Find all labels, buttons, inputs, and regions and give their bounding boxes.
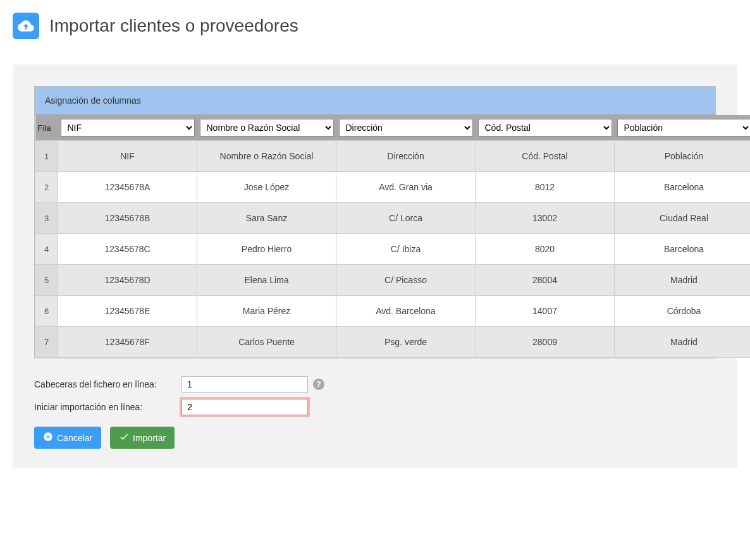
data-cell: 12345678B bbox=[58, 203, 197, 234]
row-number-cell: 2 bbox=[35, 172, 58, 203]
data-cell: Madrid bbox=[615, 327, 751, 358]
help-icon[interactable]: ? bbox=[313, 379, 324, 390]
data-cell: Psg. verde bbox=[336, 327, 476, 358]
data-cell: 12345678E bbox=[58, 296, 197, 327]
data-cell: 12345678A bbox=[58, 172, 197, 203]
data-cell: C/ Lorca bbox=[336, 203, 476, 234]
data-cell: 12345678F bbox=[58, 327, 197, 358]
row-number-cell: 4 bbox=[35, 234, 58, 265]
row-number-cell: 1 bbox=[35, 141, 58, 172]
row-number-cell: 7 bbox=[35, 327, 58, 358]
data-cell: Nombre o Razón Social bbox=[197, 141, 336, 172]
assignment-header: Asignación de columnas bbox=[35, 87, 715, 115]
data-cell: 28004 bbox=[476, 265, 615, 296]
data-cell: NIF bbox=[58, 141, 197, 172]
data-cell: Carlos Puente bbox=[197, 327, 336, 358]
main-panel: Asignación de columnas Fila NIF Nombre o… bbox=[13, 64, 737, 468]
row-number-cell: 5 bbox=[35, 265, 58, 296]
data-cell: 14007 bbox=[476, 296, 615, 327]
table-row: 212345678AJose LópezAvd. Gran via8012Bar… bbox=[35, 172, 751, 203]
page-title: Importar clientes o proveedores bbox=[49, 16, 298, 36]
data-cell: Barcelona bbox=[615, 234, 751, 265]
table-row: 412345678CPedro HierroC/ Ibiza8020Barcel… bbox=[35, 234, 751, 265]
data-cell: Córdoba bbox=[615, 296, 751, 327]
data-cell: 8020 bbox=[476, 234, 615, 265]
data-cell: Sara Sanz bbox=[197, 203, 336, 234]
table-row: 1NIFNombre o Razón SocialDirecciónCód. P… bbox=[35, 141, 751, 172]
upload-cloud-icon bbox=[13, 13, 39, 39]
data-cell: 28009 bbox=[476, 327, 615, 358]
column-select-0[interactable]: NIF bbox=[61, 119, 195, 137]
start-line-input[interactable] bbox=[181, 399, 308, 415]
row-number-cell: 3 bbox=[35, 203, 58, 234]
data-cell: Barcelona bbox=[615, 172, 751, 203]
cancel-button-label: Cancelar bbox=[57, 433, 92, 443]
data-cell: Madrid bbox=[615, 265, 751, 296]
column-select-1[interactable]: Nombre o Razón Social bbox=[200, 119, 334, 137]
data-cell: 12345678D bbox=[58, 265, 197, 296]
header-line-label: Cabeceras del fichero en línea: bbox=[34, 379, 176, 389]
column-select-4[interactable]: Población bbox=[617, 119, 751, 137]
column-select-3[interactable]: Cód. Postal bbox=[478, 119, 612, 137]
column-select-2[interactable]: Dirección bbox=[339, 119, 473, 137]
data-cell: Dirección bbox=[336, 141, 476, 172]
cancel-icon bbox=[43, 432, 53, 444]
data-cell: Elena Lima bbox=[197, 265, 336, 296]
data-cell: Avd. Barcelona bbox=[336, 296, 476, 327]
data-cell: 12345678C bbox=[58, 234, 197, 265]
data-cell: Maria Pérez bbox=[197, 296, 336, 327]
data-cell: Ciudad Real bbox=[615, 203, 751, 234]
table-row: 612345678EMaria PérezAvd. Barcelona14007… bbox=[35, 296, 751, 327]
row-number-cell: 6 bbox=[35, 296, 58, 327]
check-icon bbox=[119, 432, 129, 444]
data-cell: Avd. Gran via bbox=[336, 172, 476, 203]
data-cell: Jose López bbox=[197, 172, 336, 203]
data-cell: 8012 bbox=[476, 172, 615, 203]
data-cell: C/ Picasso bbox=[336, 265, 476, 296]
import-button[interactable]: Importar bbox=[110, 427, 175, 449]
table-row: 512345678DElena LimaC/ Picasso28004Madri… bbox=[35, 265, 751, 296]
cancel-button[interactable]: Cancelar bbox=[34, 427, 101, 449]
data-cell: Pedro Hierro bbox=[197, 234, 336, 265]
header-line-input[interactable] bbox=[181, 376, 308, 393]
start-line-label: Iniciar importación en línea: bbox=[34, 402, 176, 412]
table-row: 312345678BSara SanzC/ Lorca13002Ciudad R… bbox=[35, 203, 751, 234]
row-number-header: Fila bbox=[35, 115, 58, 141]
data-cell: Población bbox=[615, 141, 751, 172]
table-row: 712345678FCarlos PuentePsg. verde28009Ma… bbox=[35, 327, 751, 358]
data-cell: Cód. Postal bbox=[476, 141, 615, 172]
import-button-label: Importar bbox=[133, 433, 166, 443]
data-cell: C/ Ibiza bbox=[336, 234, 476, 265]
preview-table: Fila NIF Nombre o Razón Social Dirección… bbox=[35, 115, 750, 358]
data-cell: 13002 bbox=[476, 203, 615, 234]
